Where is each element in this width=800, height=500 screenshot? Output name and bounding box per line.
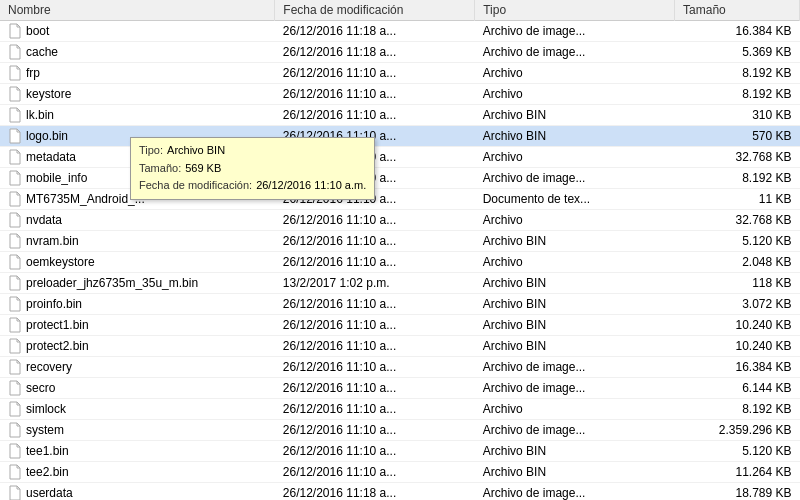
file-type-cell: Archivo BIN bbox=[475, 231, 675, 252]
table-row[interactable]: preloader_jhz6735m_35u_m.bin13/2/2017 1:… bbox=[0, 273, 800, 294]
file-size-cell: 8.192 KB bbox=[675, 168, 800, 189]
col-date[interactable]: Fecha de modificación bbox=[275, 0, 475, 21]
table-row[interactable]: nvdata26/12/2016 11:10 a...Archivo32.768… bbox=[0, 210, 800, 231]
file-name-cell[interactable]: proinfo.bin bbox=[0, 294, 275, 314]
file-name-cell[interactable]: cache bbox=[0, 42, 275, 62]
file-icon bbox=[8, 380, 22, 396]
file-name-label: lk.bin bbox=[26, 108, 54, 122]
file-name-cell[interactable]: tee1.bin bbox=[0, 441, 275, 461]
file-name-label: tee2.bin bbox=[26, 465, 69, 479]
file-tooltip: Tipo: Archivo BIN Tamaño: 569 KB Fecha d… bbox=[130, 137, 375, 200]
table-row[interactable]: secro26/12/2016 11:10 a...Archivo de ima… bbox=[0, 378, 800, 399]
file-date-cell: 26/12/2016 11:10 a... bbox=[275, 420, 475, 441]
file-icon bbox=[8, 317, 22, 333]
file-icon bbox=[8, 86, 22, 102]
file-name-label: tee1.bin bbox=[26, 444, 69, 458]
table-row[interactable]: cache26/12/2016 11:18 a...Archivo de ima… bbox=[0, 42, 800, 63]
file-name-cell[interactable]: system bbox=[0, 420, 275, 440]
file-icon bbox=[8, 401, 22, 417]
file-date-cell: 26/12/2016 11:10 a... bbox=[275, 399, 475, 420]
table-row[interactable]: oemkeystore26/12/2016 11:10 a...Archivo2… bbox=[0, 252, 800, 273]
file-size-cell: 8.192 KB bbox=[675, 399, 800, 420]
table-row[interactable]: lk.bin26/12/2016 11:10 a...Archivo BIN31… bbox=[0, 105, 800, 126]
file-type-cell: Archivo BIN bbox=[475, 315, 675, 336]
file-icon bbox=[8, 296, 22, 312]
table-row[interactable]: proinfo.bin26/12/2016 11:10 a...Archivo … bbox=[0, 294, 800, 315]
file-size-cell: 2.359.296 KB bbox=[675, 420, 800, 441]
file-size-cell: 2.048 KB bbox=[675, 252, 800, 273]
file-size-cell: 118 KB bbox=[675, 273, 800, 294]
file-name-cell[interactable]: protect1.bin bbox=[0, 315, 275, 335]
file-date-cell: 26/12/2016 11:18 a... bbox=[275, 42, 475, 63]
file-name-label: nvram.bin bbox=[26, 234, 79, 248]
file-name-label: keystore bbox=[26, 87, 71, 101]
file-name-cell[interactable]: frp bbox=[0, 63, 275, 83]
file-name-cell[interactable]: protect2.bin bbox=[0, 336, 275, 356]
file-size-cell: 32.768 KB bbox=[675, 147, 800, 168]
table-row[interactable]: MT6735M_Android_...26/12/2016 11:10 a...… bbox=[0, 189, 800, 210]
table-row[interactable]: frp26/12/2016 11:10 a...Archivo8.192 KB bbox=[0, 63, 800, 84]
table-row[interactable]: tee1.bin26/12/2016 11:10 a...Archivo BIN… bbox=[0, 441, 800, 462]
tooltip-tipo-value: Archivo BIN bbox=[167, 142, 225, 160]
file-type-cell: Archivo bbox=[475, 84, 675, 105]
table-row[interactable]: userdata26/12/2016 11:18 a...Archivo de … bbox=[0, 483, 800, 501]
table-row[interactable]: tee2.bin26/12/2016 11:10 a...Archivo BIN… bbox=[0, 462, 800, 483]
file-icon bbox=[8, 359, 22, 375]
file-name-cell[interactable]: preloader_jhz6735m_35u_m.bin bbox=[0, 273, 275, 293]
file-name-cell[interactable]: boot bbox=[0, 21, 275, 41]
file-name-cell[interactable]: lk.bin bbox=[0, 105, 275, 125]
file-size-cell: 10.240 KB bbox=[675, 315, 800, 336]
file-type-cell: Documento de tex... bbox=[475, 189, 675, 210]
file-icon bbox=[8, 149, 22, 165]
file-name-cell[interactable]: nvram.bin bbox=[0, 231, 275, 251]
table-row[interactable]: system26/12/2016 11:10 a...Archivo de im… bbox=[0, 420, 800, 441]
file-date-cell: 26/12/2016 11:10 a... bbox=[275, 294, 475, 315]
file-type-cell: Archivo bbox=[475, 147, 675, 168]
col-size[interactable]: Tamaño bbox=[675, 0, 800, 21]
col-type[interactable]: Tipo bbox=[475, 0, 675, 21]
table-row[interactable]: protect1.bin26/12/2016 11:10 a...Archivo… bbox=[0, 315, 800, 336]
file-type-cell: Archivo BIN bbox=[475, 105, 675, 126]
file-icon bbox=[8, 107, 22, 123]
file-name-cell[interactable]: keystore bbox=[0, 84, 275, 104]
table-row[interactable]: simlock26/12/2016 11:10 a...Archivo8.192… bbox=[0, 399, 800, 420]
file-name-label: cache bbox=[26, 45, 58, 59]
file-type-cell: Archivo bbox=[475, 252, 675, 273]
table-row[interactable]: boot26/12/2016 11:18 a...Archivo de imag… bbox=[0, 21, 800, 42]
file-date-cell: 26/12/2016 11:10 a... bbox=[275, 105, 475, 126]
file-size-cell: 18.789 KB bbox=[675, 483, 800, 501]
file-name-cell[interactable]: recovery bbox=[0, 357, 275, 377]
table-row[interactable]: protect2.bin26/12/2016 11:10 a...Archivo… bbox=[0, 336, 800, 357]
file-date-cell: 26/12/2016 11:10 a... bbox=[275, 462, 475, 483]
table-row[interactable]: keystore26/12/2016 11:10 a...Archivo8.19… bbox=[0, 84, 800, 105]
table-row[interactable]: nvram.bin26/12/2016 11:10 a...Archivo BI… bbox=[0, 231, 800, 252]
file-type-cell: Archivo bbox=[475, 63, 675, 84]
file-size-cell: 8.192 KB bbox=[675, 84, 800, 105]
file-date-cell: 26/12/2016 11:18 a... bbox=[275, 483, 475, 501]
file-date-cell: 26/12/2016 11:10 a... bbox=[275, 231, 475, 252]
table-row[interactable]: logo.bin26/12/2016 11:10 a...Archivo BIN… bbox=[0, 126, 800, 147]
table-row[interactable]: recovery26/12/2016 11:10 a...Archivo de … bbox=[0, 357, 800, 378]
file-name-cell[interactable]: oemkeystore bbox=[0, 252, 275, 272]
file-icon bbox=[8, 275, 22, 291]
file-date-cell: 26/12/2016 11:10 a... bbox=[275, 441, 475, 462]
file-icon bbox=[8, 23, 22, 39]
file-type-cell: Archivo BIN bbox=[475, 462, 675, 483]
file-size-cell: 6.144 KB bbox=[675, 378, 800, 399]
file-name-cell[interactable]: tee2.bin bbox=[0, 462, 275, 482]
file-name-label: secro bbox=[26, 381, 55, 395]
col-name[interactable]: Nombre bbox=[0, 0, 275, 21]
file-explorer[interactable]: Nombre Fecha de modificación Tipo Tamaño… bbox=[0, 0, 800, 500]
file-type-cell: Archivo de image... bbox=[475, 21, 675, 42]
file-name-cell[interactable]: secro bbox=[0, 378, 275, 398]
file-date-cell: 26/12/2016 11:10 a... bbox=[275, 336, 475, 357]
table-row[interactable]: metadata26/12/2016 11:10 a...Archivo32.7… bbox=[0, 147, 800, 168]
file-name-cell[interactable]: nvdata bbox=[0, 210, 275, 230]
file-name-cell[interactable]: simlock bbox=[0, 399, 275, 419]
table-row[interactable]: mobile_info26/12/2016 11:10 a...Archivo … bbox=[0, 168, 800, 189]
file-icon bbox=[8, 212, 22, 228]
file-date-cell: 26/12/2016 11:10 a... bbox=[275, 63, 475, 84]
file-date-cell: 26/12/2016 11:10 a... bbox=[275, 252, 475, 273]
file-size-cell: 8.192 KB bbox=[675, 63, 800, 84]
file-name-cell[interactable]: userdata bbox=[0, 483, 275, 500]
